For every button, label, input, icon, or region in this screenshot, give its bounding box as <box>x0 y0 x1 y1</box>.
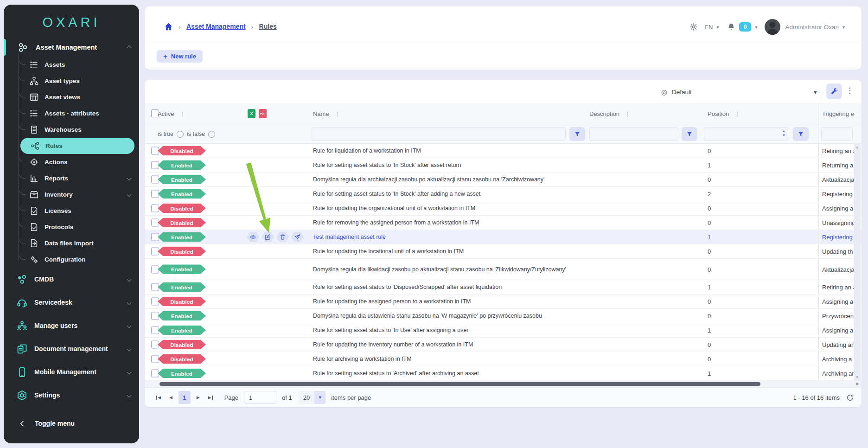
scroll-down-icon[interactable]: ▼ <box>854 375 861 379</box>
column-menu-icon[interactable]: ⋮ <box>734 110 740 117</box>
rule-triggering-event: Retiring an a <box>822 147 855 154</box>
export-pdf-button[interactable]: PDF <box>259 109 267 118</box>
pager-first-button[interactable]: ◀ <box>152 395 165 400</box>
users-icon <box>17 320 27 331</box>
grid-footer: ◀ ◀ 1 ▶ ▶ Page 1 of 1 20 ▼ items per pag… <box>145 387 862 407</box>
table-row[interactable]: DisabledRule for updating the assigned p… <box>145 294 862 309</box>
pager-previous-button[interactable]: ◀ <box>165 395 177 400</box>
avatar[interactable] <box>765 19 780 35</box>
bell-icon[interactable] <box>727 23 735 31</box>
breadcrumb-separator: › <box>251 23 254 31</box>
vertical-scrollbar[interactable]: ▲ ▼ <box>854 144 861 381</box>
table-row[interactable]: DisabledRule for archiving a workstation… <box>145 352 862 366</box>
language-selector[interactable]: EN <box>704 24 713 31</box>
rule-name: Rule for updating the organizational uni… <box>313 205 584 211</box>
sidebar-item-mobile-management[interactable]: Mobile Management <box>4 360 139 384</box>
breadcrumb-rules[interactable]: Rules <box>259 23 277 30</box>
table-row[interactable]: EnabledDomyślna reguła dla archiwizacji … <box>145 173 862 187</box>
chevron-up-icon <box>127 45 132 50</box>
doc-check-icon <box>30 206 38 215</box>
table-row[interactable]: EnabledDomyślna reguła dla ustawienia st… <box>145 309 862 323</box>
row-action-send-button[interactable] <box>291 232 304 243</box>
number-stepper-icons[interactable]: ▲▼ <box>782 129 785 137</box>
sidebar-item-cmdb[interactable]: CMDB <box>4 268 139 291</box>
sidebar-item-settings[interactable]: Settings <box>4 384 139 407</box>
name-filter-input[interactable] <box>312 127 566 141</box>
sidebar-item-configuration[interactable]: Configuration <box>4 251 139 268</box>
app-logo: OXARI <box>4 5 139 33</box>
status-badge: Enabled <box>158 232 206 242</box>
eye-icon <box>250 234 256 240</box>
refresh-icon[interactable] <box>846 394 854 402</box>
table-row[interactable]: DisabledRule for updating the organizati… <box>145 201 862 216</box>
divider <box>145 41 862 41</box>
table-row[interactable]: DisabledRule for liquidation of a workst… <box>145 144 862 158</box>
is-false-radio[interactable] <box>208 131 215 138</box>
chevron-down-icon <box>127 323 132 328</box>
status-badge: Enabled <box>158 160 206 170</box>
sidebar-item-rules[interactable]: Rules <box>20 138 134 154</box>
table-row[interactable]: EnabledRule for setting asset status to … <box>145 280 862 294</box>
grid-settings-button[interactable] <box>826 83 842 99</box>
page-input[interactable]: 1 <box>244 391 276 404</box>
row-action-delete-button[interactable] <box>276 232 289 243</box>
table-row[interactable]: EnabledDomyślna reguła dla likwidacji za… <box>145 259 862 280</box>
table-row[interactable]: EnabledRule for setting asset status to … <box>145 158 862 173</box>
column-menu-icon[interactable]: ⋮ <box>179 110 185 117</box>
table-row[interactable]: EnabledRule for setting asset status to … <box>145 366 862 381</box>
row-action-edit-button[interactable] <box>262 232 274 243</box>
sidebar-item-servicedesk[interactable]: Servicedesk <box>4 291 139 314</box>
cmdb-icon <box>17 274 27 285</box>
is-false-label: is false <box>187 131 205 137</box>
pager-last-button[interactable]: ▶ <box>204 395 217 400</box>
export-excel-button[interactable]: X <box>248 109 255 118</box>
new-rule-button[interactable]: + New rule <box>157 50 203 63</box>
column-menu-icon[interactable]: ⋮ <box>334 110 340 117</box>
description-filter-button[interactable] <box>682 127 697 141</box>
table-row[interactable]: EnabledRule for setting asset status to … <box>145 323 862 338</box>
column-header-description: Description ⋮ <box>589 103 631 124</box>
pager-page-1[interactable]: 1 <box>179 391 191 404</box>
description-filter-input[interactable] <box>589 127 678 141</box>
column-menu-icon[interactable]: ⋮ <box>625 110 631 117</box>
breadcrumb-asset-management[interactable]: Asset Management <box>186 23 246 30</box>
sidebar-section-label: Asset Management <box>36 44 97 51</box>
sidebar-item-warehouses[interactable]: Warehouses <box>4 122 139 138</box>
user-menu[interactable]: Administrator Oxari <box>785 24 839 31</box>
grid-filter-row: is true is false ▲▼ <box>145 124 862 144</box>
table-row[interactable]: DisabledRule for updating the inventory … <box>145 338 862 352</box>
items-per-page-select[interactable]: 20 ▼ <box>299 391 326 404</box>
rule-name: Rule for updating the assigned person to… <box>313 298 584 305</box>
grid-menu-button[interactable]: ⋮ <box>846 87 854 95</box>
position-filter-button[interactable] <box>793 127 809 141</box>
name-filter-button[interactable] <box>569 127 585 141</box>
chevron-down-icon: ▾ <box>716 25 719 30</box>
sidebar-item-label: Asset views <box>45 94 80 101</box>
table-row[interactable]: DisabledRule for removing the assigned p… <box>145 216 862 230</box>
sidebar-item-manage-users[interactable]: Manage users <box>4 314 139 337</box>
rule-triggering-event: Updating th <box>822 248 855 255</box>
sidebar-item-document-management[interactable]: Document management <box>4 337 139 360</box>
home-icon[interactable] <box>164 22 173 31</box>
table-row[interactable]: EnabledRule for setting asset status to … <box>145 187 862 201</box>
triggering-filter-input[interactable] <box>821 127 853 141</box>
rule-name: Domyślna reguła dla likwidacji zasobu po… <box>313 265 573 273</box>
scroll-up-icon[interactable]: ▲ <box>854 145 861 149</box>
gear-icon[interactable] <box>689 23 698 31</box>
pager-next-button[interactable]: ▶ <box>192 395 204 400</box>
horizontal-scrollbar-thumb[interactable] <box>160 382 760 386</box>
table-row[interactable]: DisabledRule for updating the locational… <box>145 244 862 259</box>
scroll-right-icon[interactable]: ▶ <box>856 382 859 386</box>
row-action-view-button[interactable] <box>247 232 259 243</box>
table-row[interactable]: EnabledTest management asset rule1Regist… <box>145 230 862 244</box>
position-filter-input[interactable]: ▲▼ <box>704 127 788 141</box>
toggle-menu-button[interactable]: Toggle menu <box>4 415 139 432</box>
main-content: › Asset Management › Rules EN ▾ 0 ▾ Admi… <box>145 0 862 448</box>
column-header-name: Name ⋮ <box>313 103 340 124</box>
notification-badge[interactable]: 0 <box>739 22 751 32</box>
rule-name-link[interactable]: Test management asset rule <box>313 234 584 240</box>
view-selector[interactable]: ◎ Default ▼ <box>659 85 822 99</box>
active-filter: is true is false <box>158 124 215 144</box>
is-true-radio[interactable] <box>177 131 184 138</box>
active-section-indicator <box>4 39 6 56</box>
